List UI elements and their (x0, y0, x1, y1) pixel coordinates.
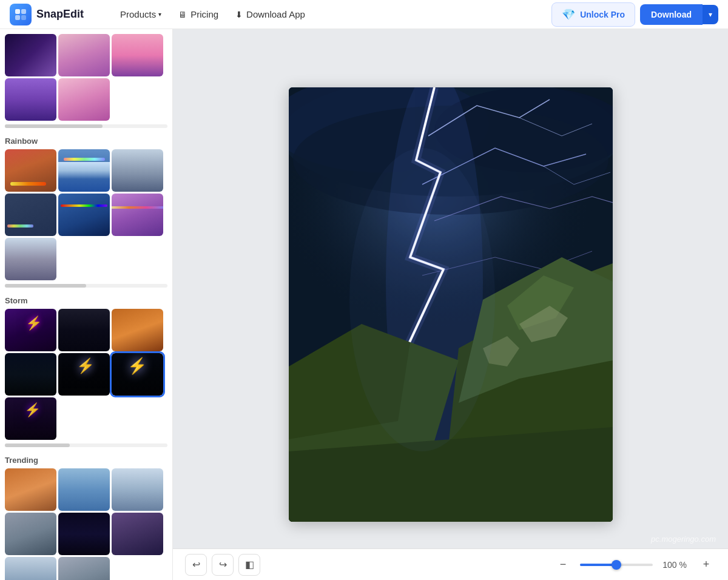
storm-grid: ⚡ ⚡ ⚡ ⚡ (0, 309, 172, 442)
svg-point-29 (349, 148, 495, 451)
section-storm-label: Storm (0, 290, 172, 309)
list-item[interactable] (58, 34, 110, 76)
h-scrollbar-storm[interactable] (5, 443, 167, 447)
list-item[interactable] (112, 513, 163, 555)
monitor-icon: 🖥 (178, 10, 187, 19)
main-image (289, 87, 613, 522)
list-item[interactable] (112, 194, 163, 236)
list-item[interactable] (5, 238, 56, 280)
zoom-slider-track (580, 564, 616, 566)
canvas-area: pc.mogeringo.com (173, 29, 728, 580)
nav-pricing-label: Pricing (190, 9, 218, 19)
list-item[interactable] (58, 194, 110, 236)
nav-pricing[interactable]: 🖥 Pricing (171, 5, 226, 23)
svg-rect-1 (21, 9, 26, 14)
list-item[interactable] (5, 513, 56, 555)
zoom-slider-container (580, 564, 653, 566)
unlock-pro-label: Unlock Pro (580, 10, 625, 19)
h-scrollbar-thumb (5, 124, 103, 128)
svg-rect-0 (15, 9, 20, 14)
nav: Products ▾ 🖥 Pricing ⬇ Download App (113, 5, 312, 23)
list-item[interactable] (112, 149, 163, 192)
section-unlabeled (0, 29, 172, 128)
list-item[interactable] (112, 34, 163, 76)
section-rainbow: Rainbow (0, 130, 172, 288)
watermark: pc.mogeringo.com (651, 534, 716, 544)
header-right: 💎 Unlock Pro Download ▾ (551, 2, 718, 27)
toolbar-right: − 100 % + (553, 555, 716, 575)
logo-text: SnapEdit (36, 8, 84, 21)
zoom-slider-thumb[interactable] (612, 560, 621, 570)
list-item[interactable] (5, 468, 56, 511)
list-item[interactable]: ⚡ (5, 397, 56, 440)
svg-rect-3 (21, 15, 26, 20)
nav-products[interactable]: Products ▾ (113, 5, 169, 23)
zoom-slider[interactable] (580, 564, 653, 566)
pro-icon: 💎 (562, 8, 575, 21)
list-item[interactable] (58, 513, 110, 555)
list-item[interactable]: ⚡ (5, 309, 56, 351)
h-scrollbar-thumb (5, 284, 86, 288)
download-btn-group: Download ▾ (640, 4, 718, 25)
undo-button[interactable]: ↩ (185, 554, 207, 576)
list-item[interactable] (5, 194, 56, 236)
header-left: SnapEdit Products ▾ 🖥 Pricing ⬇ Download… (10, 4, 312, 25)
list-item[interactable] (5, 149, 56, 192)
header: SnapEdit Products ▾ 🖥 Pricing ⬇ Download… (0, 0, 728, 29)
h-scrollbar-unlabeled[interactable] (5, 124, 167, 128)
download-dropdown-button[interactable]: ▾ (703, 5, 718, 24)
section-trending: Trending (0, 450, 172, 580)
list-item[interactable] (58, 468, 110, 511)
list-item[interactable] (5, 34, 56, 76)
zoom-value: 100 (662, 560, 676, 570)
list-item[interactable] (58, 309, 110, 351)
list-item[interactable]: ⚡ (58, 353, 110, 396)
list-item[interactable]: ⚡ (112, 353, 163, 396)
logo-icon (10, 4, 32, 25)
svg-rect-2 (15, 15, 20, 20)
main-layout: Rainbow (0, 0, 728, 580)
rainbow-grid (0, 149, 172, 283)
compare-icon: ◧ (245, 559, 254, 570)
list-item[interactable] (58, 78, 110, 121)
chevron-down-icon: ▾ (158, 11, 161, 18)
zoom-out-button[interactable]: − (553, 555, 573, 575)
section-rainbow-label: Rainbow (0, 130, 172, 149)
h-scrollbar-rainbow[interactable] (5, 284, 167, 288)
download-button[interactable]: Download (640, 4, 703, 25)
undo-icon: ↩ (192, 559, 200, 570)
nav-products-label: Products (120, 9, 156, 19)
main-image-container (289, 87, 613, 522)
compare-button[interactable]: ◧ (238, 554, 260, 576)
list-item[interactable] (5, 557, 56, 580)
redo-icon: ↪ (219, 559, 227, 570)
trending-grid (0, 468, 172, 580)
zoom-unit: % (679, 560, 686, 570)
sidebar: Rainbow (0, 29, 173, 580)
h-scrollbar-thumb (5, 443, 70, 447)
list-item[interactable] (5, 353, 56, 396)
list-item[interactable] (58, 149, 110, 192)
redo-button[interactable]: ↪ (212, 554, 234, 576)
zoom-percent: 100 % (660, 560, 689, 570)
section-storm: Storm ⚡ ⚡ ⚡ ⚡ (0, 290, 172, 447)
nav-download-app[interactable]: ⬇ Download App (228, 5, 312, 23)
section-trending-label: Trending (0, 450, 172, 468)
list-item[interactable] (112, 309, 163, 351)
list-item[interactable] (112, 468, 163, 511)
toolbar-left: ↩ ↪ ◧ (185, 554, 260, 576)
logo[interactable]: SnapEdit (10, 4, 84, 25)
nav-download-app-label: Download App (246, 9, 305, 19)
unlock-pro-button[interactable]: 💎 Unlock Pro (551, 2, 635, 27)
zoom-in-button[interactable]: + (696, 555, 716, 575)
list-item[interactable] (5, 78, 56, 121)
list-item[interactable] (58, 557, 110, 580)
download-app-icon: ⬇ (235, 10, 243, 19)
unlabeled-grid (0, 34, 172, 123)
bottom-toolbar: ↩ ↪ ◧ − 100 % + (173, 548, 728, 580)
